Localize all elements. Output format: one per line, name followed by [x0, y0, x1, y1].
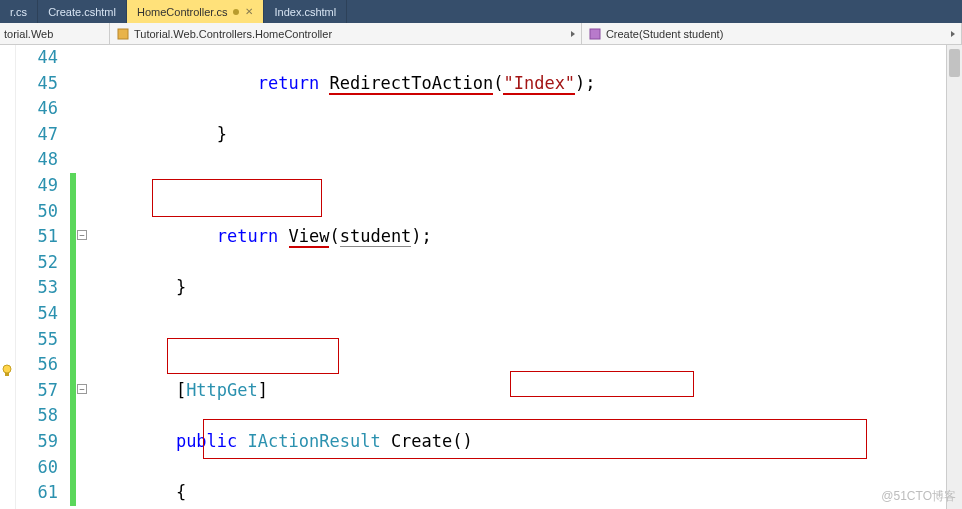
token: IActionResult [248, 431, 381, 451]
line-number: 59 [16, 429, 58, 455]
line-number: 44 [16, 45, 58, 71]
line-number: 50 [16, 199, 58, 225]
watermark: @51CTO博客 [881, 488, 956, 505]
tab-bar: r.cs Create.cshtml HomeController.cs ✕ I… [0, 0, 962, 23]
tab-r-cs[interactable]: r.cs [0, 0, 38, 23]
line-number: 60 [16, 455, 58, 481]
token: HttpGet [186, 380, 258, 400]
line-number: 49 [16, 173, 58, 199]
member-dropdown[interactable]: Create(Student student) [582, 23, 962, 44]
line-number: 52 [16, 250, 58, 276]
tab-label: r.cs [10, 6, 27, 18]
svg-point-2 [3, 365, 11, 373]
chevron-down-icon [571, 31, 575, 37]
method-icon [588, 27, 602, 41]
svg-rect-0 [118, 29, 128, 39]
fold-gutter: − − [76, 45, 90, 509]
line-number: 55 [16, 327, 58, 353]
fold-toggle[interactable]: − [77, 230, 87, 240]
tab-home-controller[interactable]: HomeController.cs ✕ [127, 0, 264, 23]
line-number: 46 [16, 96, 58, 122]
token: return [258, 73, 319, 93]
tab-label: Create.cshtml [48, 6, 116, 18]
line-number: 48 [16, 147, 58, 173]
member-label: Create(Student student) [606, 28, 723, 40]
tab-create-cshtml[interactable]: Create.cshtml [38, 0, 127, 23]
indicator-margin [0, 45, 16, 509]
close-icon[interactable]: ✕ [245, 6, 253, 17]
line-number: 53 [16, 275, 58, 301]
tab-label: Index.cshtml [274, 6, 336, 18]
svg-rect-3 [5, 373, 9, 376]
breadcrumb-bar: torial.Web Tutorial.Web.Controllers.Home… [0, 23, 962, 45]
class-dropdown[interactable]: Tutorial.Web.Controllers.HomeController [110, 23, 582, 44]
project-label: torial.Web [4, 28, 53, 40]
line-number: 61 [16, 480, 58, 506]
token: "Index" [503, 73, 575, 95]
tab-label: HomeController.cs [137, 6, 227, 18]
token: View [289, 226, 330, 248]
vertical-scrollbar[interactable] [946, 45, 962, 509]
token: student [340, 226, 412, 247]
fold-toggle[interactable]: − [77, 384, 87, 394]
pin-icon [233, 9, 239, 15]
code-area[interactable]: return RedirectToAction("Index"); } retu… [90, 45, 962, 509]
lightbulb-icon[interactable] [0, 359, 14, 373]
chevron-down-icon [951, 31, 955, 37]
line-number: 56 [16, 352, 58, 378]
line-number: 58 [16, 403, 58, 429]
line-number: 54 [16, 301, 58, 327]
token: RedirectToAction [329, 73, 493, 95]
line-number: 51 [16, 224, 58, 250]
line-number: 47 [16, 122, 58, 148]
line-number: 45 [16, 71, 58, 97]
scrollbar-thumb[interactable] [949, 49, 960, 77]
tab-index-cshtml[interactable]: Index.cshtml [264, 0, 347, 23]
token: return [217, 226, 278, 246]
token: public [176, 431, 237, 451]
project-dropdown[interactable]: torial.Web [0, 23, 110, 44]
svg-rect-1 [590, 29, 600, 39]
class-icon [116, 27, 130, 41]
class-label: Tutorial.Web.Controllers.HomeController [134, 28, 332, 40]
line-number-gutter: 44 45 46 47 48 49 50 51 52 53 54 55 56 5… [16, 45, 70, 509]
token: Create [391, 431, 452, 451]
line-number: 57 [16, 378, 58, 404]
code-editor[interactable]: 44 45 46 47 48 49 50 51 52 53 54 55 56 5… [0, 45, 962, 509]
